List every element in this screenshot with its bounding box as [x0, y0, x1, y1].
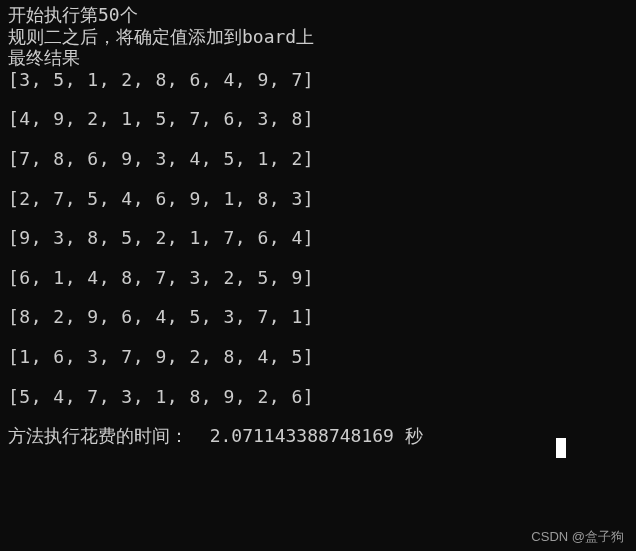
- blank-line: [8, 249, 628, 267]
- blank-line: [8, 368, 628, 386]
- matrix-row: [9, 3, 8, 5, 2, 1, 7, 6, 4]: [8, 227, 628, 249]
- terminal-cursor: [556, 438, 566, 458]
- matrix-row: [2, 7, 5, 4, 6, 9, 1, 8, 3]: [8, 188, 628, 210]
- matrix-row: [5, 4, 7, 3, 1, 8, 9, 2, 6]: [8, 386, 628, 408]
- matrix-row: [3, 5, 1, 2, 8, 6, 4, 9, 7]: [8, 69, 628, 91]
- blank-line: [8, 90, 628, 108]
- timing-line: 方法执行花费的时间： 2.071143388748169 秒: [8, 425, 628, 447]
- matrix-row: [1, 6, 3, 7, 9, 2, 8, 4, 5]: [8, 346, 628, 368]
- blank-line: [8, 130, 628, 148]
- blank-line: [8, 288, 628, 306]
- header-line-1: 开始执行第50个: [8, 4, 628, 26]
- header-line-2: 规则二之后，将确定值添加到board上: [8, 26, 628, 48]
- matrix-row: [6, 1, 4, 8, 7, 3, 2, 5, 9]: [8, 267, 628, 289]
- blank-line: [8, 209, 628, 227]
- blank-line: [8, 328, 628, 346]
- blank-line: [8, 407, 628, 425]
- header-line-3: 最终结果: [8, 47, 628, 69]
- matrix-row: [7, 8, 6, 9, 3, 4, 5, 1, 2]: [8, 148, 628, 170]
- matrix-row: [4, 9, 2, 1, 5, 7, 6, 3, 8]: [8, 108, 628, 130]
- csdn-watermark: CSDN @盒子狗: [531, 529, 624, 545]
- blank-line: [8, 170, 628, 188]
- matrix-row: [8, 2, 9, 6, 4, 5, 3, 7, 1]: [8, 306, 628, 328]
